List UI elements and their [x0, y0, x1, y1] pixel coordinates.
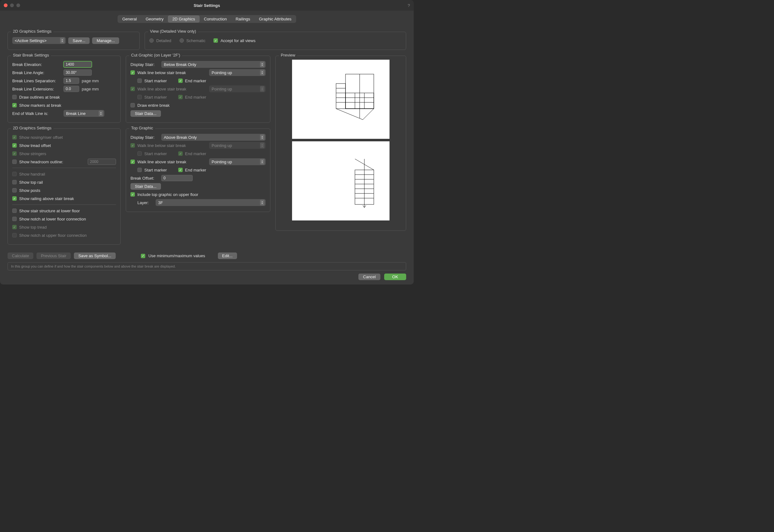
cut-above-end-label: End marker: [185, 95, 206, 100]
cut-below-start-label: Start marker: [144, 79, 167, 83]
calculate-button: Calculate: [8, 252, 33, 259]
top-below-end-check: [178, 151, 182, 156]
cut-display-select[interactable]: Below Break Only ▲▼: [161, 61, 266, 68]
show-markers-check[interactable]: [12, 103, 17, 107]
tab-2d-graphics[interactable]: 2D Graphics: [168, 15, 199, 23]
layer-label: Layer:: [137, 200, 153, 205]
panel-title-2d-settings: 2D Graphics Settings: [11, 126, 53, 130]
break-sep-input[interactable]: [63, 78, 79, 84]
break-ext-input[interactable]: [63, 86, 79, 92]
break-elev-label: Break Elevation:: [12, 62, 61, 67]
tread-offset-check[interactable]: [12, 143, 17, 148]
top-above-start-label: Start marker: [144, 168, 167, 172]
handrail-label: Show handrail: [19, 172, 45, 176]
use-minmax-check[interactable]: [141, 254, 145, 258]
save-symbol-button[interactable]: Save as Symbol...: [74, 252, 116, 259]
cancel-button[interactable]: Cancel: [358, 274, 380, 280]
ok-button[interactable]: OK: [384, 274, 406, 280]
top-above-end-label: End marker: [185, 168, 206, 172]
top-above-start-check[interactable]: [137, 168, 142, 172]
top-tread-check: [12, 225, 17, 229]
break-ext-label: Break Line Extensions:: [12, 87, 61, 91]
preview-cut-image: [292, 60, 390, 139]
top-tread-label: Show top tread: [19, 225, 46, 230]
accept-all-views-check[interactable]: [214, 38, 218, 43]
break-offset-input[interactable]: [161, 175, 193, 181]
cut-above-end-check: [178, 95, 182, 99]
manage-preset-button[interactable]: Manage...: [92, 37, 119, 44]
headroom-label: Show headroom outline:: [19, 160, 63, 164]
preview-top-image: [292, 141, 390, 220]
panel-title-top: Top Graphic: [129, 126, 155, 130]
tab-bar: General Geometry 2D Graphics Constructio…: [117, 15, 296, 23]
hint-text: In this group you can define if and how …: [8, 262, 406, 270]
cut-below-end-check[interactable]: [178, 79, 182, 83]
structure-lower-label: Show stair structure at lower floor: [19, 209, 80, 213]
include-top-label: Include top graphic on upper floor: [137, 192, 199, 197]
help-icon[interactable]: ?: [408, 3, 410, 8]
end-walk-select[interactable]: Break Line ▲▼: [63, 110, 104, 117]
break-angle-label: Break Line Angle:: [12, 70, 61, 75]
handrail-check: [12, 172, 17, 176]
tread-offset-label: Show tread offset: [19, 143, 51, 148]
toprail-check[interactable]: [12, 180, 17, 184]
schematic-radio[interactable]: [179, 38, 184, 43]
tab-railings[interactable]: Railings: [231, 15, 254, 23]
top-walk-below-label: Walk line below stair break: [137, 143, 186, 148]
draw-outlines-check[interactable]: [12, 95, 17, 99]
preset-select[interactable]: <Active Settings> ▲▼: [12, 37, 66, 44]
include-top-check[interactable]: [130, 192, 135, 197]
notch-lower-check[interactable]: [12, 217, 17, 221]
top-above-end-check[interactable]: [178, 168, 182, 172]
cut-display-label: Display Stair:: [130, 62, 159, 67]
cut-walk-below-check[interactable]: [130, 70, 135, 75]
posts-label: Show posts: [19, 188, 40, 193]
edit-button[interactable]: Edit...: [218, 252, 237, 259]
detailed-radio[interactable]: [149, 38, 154, 43]
headroom-check[interactable]: [12, 160, 17, 164]
cut-above-start-check: [137, 95, 142, 99]
top-display-select[interactable]: Above Break Only ▲▼: [161, 134, 266, 141]
nosing-check: [12, 135, 17, 139]
save-preset-button[interactable]: Save...: [68, 37, 90, 44]
top-below-start-check: [137, 151, 142, 156]
cut-draw-entire-check[interactable]: [130, 103, 135, 107]
layer-select[interactable]: 3F ▲▼: [155, 199, 266, 206]
top-walk-above-check[interactable]: [130, 160, 135, 164]
schematic-label: Schematic: [186, 38, 206, 43]
tab-construction[interactable]: Construction: [200, 15, 232, 23]
panel-title-preview: Preview: [279, 53, 297, 57]
cut-walk-below-label: Walk line below stair break: [137, 70, 186, 75]
railing-above-label: Show railing above stair break: [19, 196, 74, 201]
panel-title-cut: Cut Graphic (on Layer '2F'): [129, 53, 182, 57]
previous-stair-button: Previous Stair: [36, 252, 71, 259]
svg-rect-1: [336, 84, 346, 109]
tab-general[interactable]: General: [118, 15, 141, 23]
stringers-label: Show stringers: [19, 151, 46, 156]
top-display-value: Above Break Only: [164, 135, 197, 140]
break-elevation-input[interactable]: [63, 61, 92, 68]
cut-below-start-check[interactable]: [137, 79, 142, 83]
top-below-start-label: Start marker: [144, 151, 167, 156]
cut-below-dir-select[interactable]: Pointing up ▲▼: [209, 69, 266, 76]
close-icon[interactable]: [4, 3, 8, 7]
cut-draw-entire-label: Draw entire break: [137, 103, 170, 108]
top-stair-data-button[interactable]: Stair Data...: [130, 183, 161, 190]
notch-upper-label: Show notch at upper floor connection: [19, 233, 87, 238]
cut-display-value: Below Break Only: [164, 62, 196, 67]
posts-check[interactable]: [12, 188, 17, 193]
cut-stair-data-button[interactable]: Stair Data...: [130, 110, 161, 117]
panel-title-view: View (Detailed View only): [148, 29, 198, 34]
cut-above-start-label: Start marker: [144, 95, 167, 100]
tab-geometry[interactable]: Geometry: [141, 15, 168, 23]
cut-below-dir-value: Pointing up: [212, 70, 232, 75]
break-angle-input[interactable]: [63, 69, 92, 76]
structure-lower-check[interactable]: [12, 209, 17, 213]
accept-all-views-label: Accept for all views: [221, 38, 255, 43]
break-sep-label: Break Lines Separation:: [12, 79, 61, 83]
tab-graphic-attributes[interactable]: Graphic Attributes: [255, 15, 296, 23]
top-above-dir-select[interactable]: Pointing up ▲▼: [209, 158, 266, 165]
cut-walk-above-check: [130, 87, 135, 91]
railing-above-check[interactable]: [12, 196, 17, 201]
stringers-check: [12, 151, 17, 156]
